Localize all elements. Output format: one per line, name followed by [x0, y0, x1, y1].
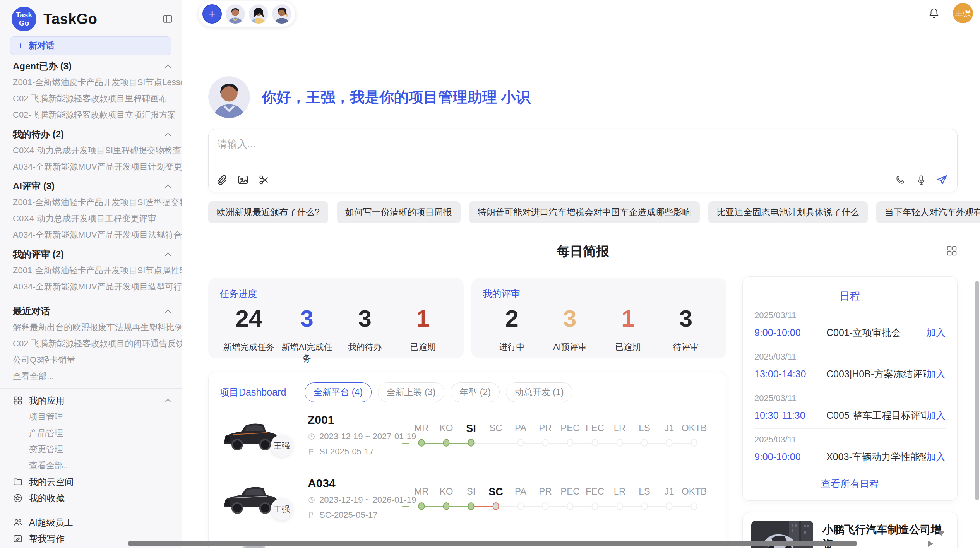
sidebar-item[interactable]: A034-全新新能源MUV产品开发项目造型可行性评审 [0, 279, 182, 295]
milestone-dot[interactable] [691, 439, 697, 447]
scissors-icon[interactable] [258, 174, 270, 186]
sidebar-item[interactable]: A034-全新新能源MUV产品开发项目计划变更表编写 [0, 159, 182, 175]
chat-input[interactable] [216, 138, 667, 151]
milestone-dot[interactable] [517, 502, 524, 510]
sidebar-item[interactable]: Z001-全新燃油轻卡产品开发项目SI造型提交物评审 [0, 194, 182, 211]
dashboard-title: 项目Dashboard [219, 386, 286, 399]
milestone-dot[interactable] [418, 439, 425, 447]
milestone-dot[interactable] [592, 439, 598, 447]
milestone-dot[interactable] [517, 439, 524, 447]
sidebar-item-cloud-space[interactable]: 我的云空间 [0, 474, 182, 490]
divider [0, 510, 182, 510]
project-row[interactable]: 王强 Z001 2023-12-19 ~ 2027-01-19 SI-2025-… [219, 404, 715, 466]
dashboard-tab[interactable]: 动总开发 (1) [506, 382, 573, 402]
milestone-dot[interactable] [666, 439, 673, 447]
milestone-dot[interactable] [567, 502, 574, 510]
dashboard-tab[interactable]: 全新上装 (3) [378, 382, 445, 402]
app-subitem[interactable]: 变更管理 [0, 441, 182, 457]
image-icon[interactable] [237, 174, 249, 186]
agent-avatar-1[interactable] [226, 4, 245, 24]
milestone-dot[interactable] [691, 502, 697, 510]
milestone-dot[interactable] [443, 502, 450, 510]
recent-conversation-item[interactable]: 解释最新出台的欧盟报废车法规再生塑料比例被调至15%... [0, 319, 182, 336]
milestone-dot[interactable] [542, 439, 549, 447]
milestone-dot[interactable] [542, 502, 549, 510]
stat-value: 24 [220, 305, 278, 332]
chevron-up-icon[interactable] [164, 252, 171, 257]
scroll-down-arrow[interactable] [938, 531, 945, 536]
notification-bell-icon[interactable] [928, 7, 940, 19]
layout-grid-icon[interactable] [946, 245, 958, 257]
milestone-line [521, 506, 545, 507]
chevron-up-icon[interactable] [164, 132, 171, 137]
phone-icon[interactable] [894, 174, 906, 186]
sidebar-item[interactable]: Z001-全新燃油皮卡产品开发项目SI节点Lesson Learn报告 [0, 74, 182, 91]
sidebar-section-header[interactable]: 最近对话 [0, 303, 182, 319]
chevron-up-icon[interactable] [164, 308, 171, 314]
sidebar-item[interactable]: Z001-全新燃油轻卡产品开发项目SI节点属性5D文件评审 [0, 262, 182, 279]
microphone-icon[interactable] [915, 174, 927, 186]
attachment-icon[interactable] [216, 174, 228, 186]
schedule-join-link[interactable]: 加入 [926, 409, 946, 422]
milestone-dot[interactable] [617, 502, 623, 510]
sidebar-collapse-icon[interactable] [162, 14, 173, 24]
sidebar-item[interactable]: C02-飞腾新能源轻客改款项目里程碑画布 [0, 91, 182, 107]
milestone-label: MR [409, 423, 434, 435]
milestone-dot[interactable] [567, 439, 574, 447]
project-row[interactable]: 王强 A034 2023-12-19 ~ 2026-01-19 SC-2025-… [219, 468, 715, 529]
sidebar-section-header[interactable]: 我的评审 (2) [0, 246, 182, 262]
schedule-join-link[interactable]: 加入 [926, 326, 946, 339]
agent-avatar-2[interactable] [249, 4, 268, 24]
milestone-label: J1 [657, 486, 682, 498]
suggestion-chip[interactable]: 当下年轻人对汽车外观有怎样的喜好趋势 [876, 201, 980, 223]
recent-view-all-link[interactable]: 查看全部... [0, 368, 182, 384]
sidebar-recent: 最近对话解释最新出台的欧盟报废车法规再生塑料比例被调至15%...C02-飞腾新… [0, 303, 182, 384]
sidebar-item[interactable]: C0X4-动力总成开发项目工程变更评审 [0, 211, 182, 227]
schedule-join-link[interactable]: 加入 [926, 368, 946, 380]
dashboard-tab[interactable]: 年型 (2) [451, 382, 500, 402]
suggestion-chip[interactable]: 如何写一份清晰的项目周报 [337, 201, 461, 223]
sidebar-section-header[interactable]: AI评审 (3) [0, 178, 182, 194]
scroll-right-arrow[interactable] [928, 541, 933, 547]
schedule-join-link[interactable]: 加入 [926, 450, 946, 463]
recent-conversation-item[interactable]: 公司Q3轻卡销量 [0, 352, 182, 368]
milestone-dot[interactable] [468, 439, 475, 447]
vertical-scrollbar-thumb[interactable] [975, 281, 979, 500]
sidebar-item-favorites[interactable]: 我的收藏 [0, 490, 182, 506]
suggestion-chip[interactable]: 比亚迪全固态电池计划具体说了什么 [708, 201, 868, 223]
agent-avatar-3[interactable] [272, 4, 291, 24]
add-agent-button[interactable]: + [202, 4, 222, 24]
milestone-dot[interactable] [592, 502, 598, 510]
app-subitem[interactable]: 产品管理 [0, 425, 182, 441]
chevron-up-icon[interactable] [164, 183, 171, 189]
app-subitem[interactable]: 项目管理 [0, 409, 182, 425]
milestone-dot[interactable] [468, 502, 475, 510]
milestone-dot[interactable] [617, 439, 623, 447]
recent-conversation-item[interactable]: C02-飞腾新能源轻客改款项目的闭环通告反馈情况 [0, 336, 182, 352]
milestone-line [421, 443, 446, 444]
suggestion-chip[interactable]: 特朗普可能对进口汽车增税会对中国车企造成哪些影响 [469, 201, 700, 223]
milestone-dot[interactable] [641, 502, 648, 510]
milestone-dot[interactable] [443, 439, 450, 447]
new-chat-button[interactable]: + 新对话 [10, 36, 171, 55]
horizontal-scrollbar-thumb[interactable] [128, 541, 857, 546]
sidebar-item[interactable]: A034-全新新能源MUV产品开发项目法规符合性评审 [0, 227, 182, 243]
dashboard-tab[interactable]: 全新平台 (4) [305, 382, 372, 402]
user-avatar[interactable]: 王强 [953, 3, 973, 23]
sidebar-item-my-apps[interactable]: 我的应用 [0, 392, 182, 409]
milestone-dot[interactable] [641, 439, 648, 447]
suggestion-chip[interactable]: 欧洲新规最近颁布了什么? [208, 201, 328, 223]
app-subitem[interactable]: 查看全部... [0, 457, 182, 474]
sidebar-section-header[interactable]: Agent已办 (3) [0, 58, 182, 74]
view-all-schedule-link[interactable]: 查看所有日程 [754, 470, 946, 497]
milestone-dot[interactable] [666, 502, 673, 510]
send-icon[interactable] [936, 174, 948, 186]
chevron-up-icon[interactable] [164, 63, 171, 69]
sidebar-item[interactable]: C0X4-动力总成开发项目SI里程碑提交物检查 [0, 142, 182, 159]
sidebar-item[interactable]: C02-飞腾新能源轻客改款项目立项汇报方案 [0, 107, 182, 123]
sidebar-item-ai-super-staff[interactable]: AI超级员工 [0, 514, 182, 531]
sidebar-section-header[interactable]: 我的待办 (2) [0, 126, 182, 142]
chevron-up-icon[interactable] [164, 398, 171, 403]
milestone-dot[interactable] [493, 502, 499, 510]
milestone-dot[interactable] [418, 502, 425, 510]
